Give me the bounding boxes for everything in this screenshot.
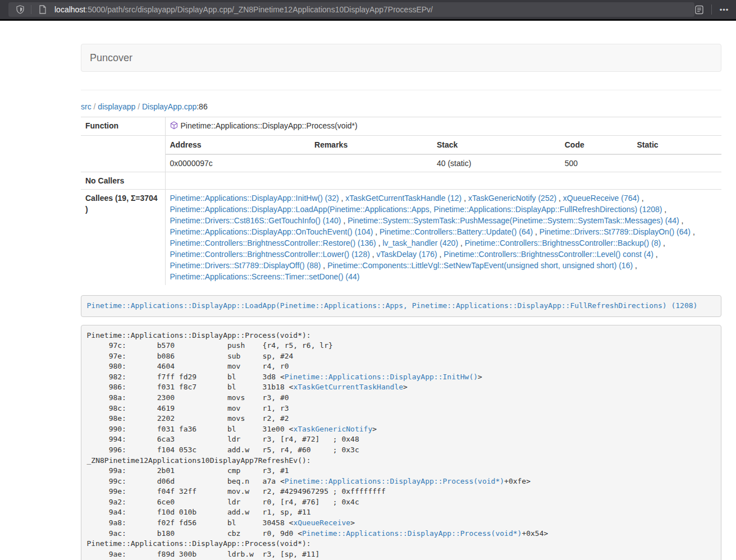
function-label: Function [81,117,165,136]
remarks-value [310,154,432,172]
stats-table: Address Remarks Stack Code Static 0x0000… [166,136,722,172]
callee-link[interactable]: Pinetime::Controllers::BrightnessControl… [170,238,376,247]
callee-link[interactable]: Pinetime::Drivers::St7789::DisplayOff() … [170,261,321,270]
callee-link[interactable]: Pinetime::Drivers::St7789::DisplayOn() (… [540,227,691,236]
callee-link[interactable]: Pinetime::Applications::DisplayApp::Load… [170,205,662,214]
no-callers-label: No Callers [81,172,165,190]
page-icon[interactable] [35,2,50,17]
callee-link[interactable]: Pinetime::Controllers::Battery::Update()… [380,227,533,236]
code-symbol-link[interactable]: xTaskGetCurrentTaskHandle [293,383,403,391]
function-row: Function Pinetime::Applications::Display… [81,117,721,136]
toolbar-divider [711,4,712,15]
code-symbol-link[interactable]: Pinetime::Applications::DisplayApp::Init… [285,373,478,381]
callee-link[interactable]: Pinetime::Controllers::BrightnessControl… [444,250,653,259]
stats-row: Address Remarks Stack Code Static 0x0000… [81,136,721,172]
breadcrumb-separator: / [92,102,98,111]
code-symbol-link[interactable]: xQueueReceive [293,518,350,527]
function-name-cell: Pinetime::Applications::DisplayApp::Proc… [165,117,721,136]
callees-list: Pinetime::Applications::DisplayApp::Init… [165,190,721,286]
url-text[interactable]: localhost:5000/path/src/displayapp/Displ… [54,5,433,14]
callee-link[interactable]: Pinetime::Components::LittleVgl::SetNewT… [327,261,633,270]
toolbar-bottom-strip [0,19,736,21]
address-value: 0x0000097c [166,154,310,172]
col-static: Static [632,136,721,154]
callee-link[interactable]: Pinetime::Applications::DisplayApp::OnTo… [170,227,373,236]
disassembly-listing: Pinetime::Applications::DisplayApp::Proc… [81,325,721,560]
function-table: Function Pinetime::Applications::Display… [81,117,721,285]
code-symbol-link[interactable]: Pinetime::Applications::DisplayApp::Proc… [285,477,504,485]
callees-label: Callees (19, Σ=3704 ) [81,190,165,286]
callees-row: Callees (19, Σ=3704 ) Pinetime::Applicat… [81,190,721,286]
code-size-value: 500 [560,154,633,172]
function-name: Pinetime::Applications::DisplayApp::Proc… [181,121,358,130]
breadcrumb-separator: / [135,102,142,111]
col-code: Code [560,136,633,154]
navbar: Puncover [81,44,721,72]
breadcrumb: src / displayapp / DisplayApp.cpp:86 [81,102,721,111]
breadcrumb-line-number: :86 [196,102,207,111]
callee-link[interactable]: vTaskDelay (176) [377,250,437,259]
url-bar[interactable]: localhost:5000/path/src/displayapp/Displ… [8,2,694,17]
callee-link[interactable]: Pinetime::System::SystemTask::PushMessag… [348,216,679,225]
menu-dots-icon[interactable]: ••• [717,2,732,17]
shield-icon[interactable] [13,2,28,17]
callee-link[interactable]: Pinetime::Applications::Screens::Timer::… [170,272,360,281]
selected-callee-link[interactable]: Pinetime::Applications::DisplayApp::Load… [87,301,698,310]
browser-toolbar: localhost:5000/path/src/displayapp/Displ… [0,0,736,19]
breadcrumb-link[interactable]: displayapp [98,102,135,111]
callee-link[interactable]: Pinetime::Applications::DisplayApp::Init… [170,194,339,203]
stack-value: 40 (static) [432,154,560,172]
breadcrumb-link[interactable]: src [81,102,92,111]
no-callers-cell [165,172,721,190]
code-symbol-link[interactable]: xTaskGenericNotify [293,425,372,433]
url-path: :5000/path/src/displayapp/DisplayApp.cpp… [85,5,433,14]
urlbar-divider [31,5,31,14]
callee-link[interactable]: xTaskGenericNotify (252) [468,194,556,203]
callee-link[interactable]: Pinetime::Drivers::Cst816S::GetTouchInfo… [170,216,341,225]
no-callers-row: No Callers [81,172,721,190]
col-remarks: Remarks [310,136,432,154]
col-stack: Stack [432,136,560,154]
callee-link[interactable]: lv_task_handler (420) [382,238,458,247]
callee-link[interactable]: xTaskGetCurrentTaskHandle (12) [345,194,461,203]
static-value [632,154,721,172]
col-address: Address [166,136,310,154]
callee-link[interactable]: xQueueReceive (764) [563,194,639,203]
url-host: localhost [54,5,85,14]
puncover-page: Puncover src / displayapp / DisplayApp.c… [81,44,721,560]
brand-title[interactable]: Puncover [81,52,141,64]
callee-link[interactable]: Pinetime::Controllers::BrightnessControl… [465,238,661,247]
selected-callee-box: Pinetime::Applications::DisplayApp::Load… [81,295,721,317]
stats-label-spacer [81,136,165,172]
breadcrumb-link[interactable]: DisplayApp.cpp [142,102,196,111]
callee-link[interactable]: Pinetime::Controllers::BrightnessControl… [170,250,370,259]
cube-icon [170,121,178,132]
table-row: 0x0000097c 40 (static) 500 [166,154,722,172]
code-symbol-link[interactable]: Pinetime::Applications::DisplayApp::Proc… [302,529,522,538]
divider-rule [81,90,721,90]
reader-mode-icon[interactable] [692,2,706,17]
